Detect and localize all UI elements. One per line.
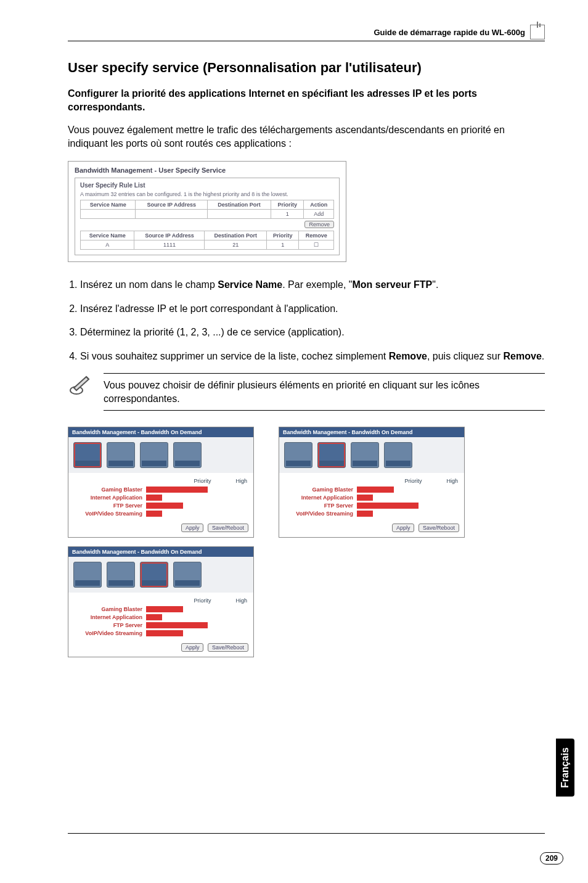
step4-part: Si vous souhaitez supprimer un service d… xyxy=(80,351,389,361)
priority-bar[interactable] xyxy=(146,503,183,509)
row-label: VoIP/Video Streaming xyxy=(75,511,142,517)
mode-icon[interactable] xyxy=(73,442,102,468)
mode-icon[interactable] xyxy=(384,442,412,468)
col-priority: Priority xyxy=(271,200,304,210)
col-port: Destination Port xyxy=(207,200,271,210)
apply-button[interactable]: Apply xyxy=(181,643,204,652)
step-3: Déterminez la priorité (1, 2, 3, ...) de… xyxy=(80,326,545,339)
priority-bar[interactable] xyxy=(146,495,162,501)
row-label: Gaming Blaster xyxy=(75,487,142,493)
step-1: Insérez un nom dans le champ Service Nam… xyxy=(80,278,545,292)
shot-title: Bandwidth Management - Bandwidth On Dema… xyxy=(279,427,464,437)
cell-add[interactable]: Add xyxy=(304,210,334,219)
cell[interactable] xyxy=(207,210,271,219)
col-service: Service Name xyxy=(81,200,136,210)
mode-icon[interactable] xyxy=(140,442,168,468)
level-hdr: High xyxy=(235,478,247,484)
apply-button[interactable]: Apply xyxy=(181,524,204,532)
row-label: Internet Application xyxy=(75,614,142,620)
cell[interactable] xyxy=(81,210,136,219)
step-4: Si vous souhaitez supprimer un service d… xyxy=(80,350,545,363)
row-label: Internet Application xyxy=(75,495,142,501)
cell[interactable] xyxy=(136,210,207,219)
step1-bold1: Service Name xyxy=(218,279,282,290)
row-label: Gaming Blaster xyxy=(75,606,142,612)
screenshot-rule-list: Bandwidth Management - User Specify Serv… xyxy=(68,161,346,262)
mode-icon[interactable] xyxy=(173,562,202,588)
priority-bar[interactable] xyxy=(146,606,183,612)
save-reboot-button[interactable]: Save/Reboot xyxy=(208,643,248,652)
priority-bar[interactable] xyxy=(146,622,208,628)
priority-hdr: Priority xyxy=(404,478,422,484)
row-label: FTP Server xyxy=(285,503,353,509)
priority-bar[interactable] xyxy=(357,495,373,501)
cell: 21 xyxy=(205,240,267,250)
scr1-table-add: Service Name Source IP Address Destinati… xyxy=(80,200,334,219)
row-label: Gaming Blaster xyxy=(285,487,353,493)
scr1-note: A maximum 32 entries can be configured. … xyxy=(80,191,334,197)
steps-list: Insérez un nom dans le champ Service Nam… xyxy=(68,278,545,363)
page-number: 209 xyxy=(540,852,563,865)
priority-bar[interactable] xyxy=(146,511,162,517)
shot-icons xyxy=(68,557,253,593)
col2-priority: Priority xyxy=(267,231,299,240)
mode-icon[interactable] xyxy=(107,562,135,588)
language-tab: Français xyxy=(556,739,574,797)
screenshot-bod-1: Bandwidth Management - Bandwidth On Dema… xyxy=(68,427,254,538)
step1-part: Insérez un nom dans le champ xyxy=(80,279,218,290)
section-subhead: Configurer la priorité des applications … xyxy=(68,87,545,113)
row-label: FTP Server xyxy=(75,503,142,509)
note-text: Vous pouvez choisir de définir plusieurs… xyxy=(104,373,545,411)
mode-icon[interactable] xyxy=(107,442,135,468)
scr1-subtitle: User Specify Rule List xyxy=(80,182,334,189)
cell: 1 xyxy=(267,240,299,250)
shot-icons xyxy=(68,437,253,473)
step1-part2: . Par exemple, " xyxy=(282,279,352,290)
priority-hdr: Priority xyxy=(194,478,211,484)
mode-icon[interactable] xyxy=(73,562,102,588)
priority-bar[interactable] xyxy=(146,630,183,636)
priority-bar[interactable] xyxy=(146,614,162,620)
footer-rule xyxy=(68,833,545,834)
col-ip: Source IP Address xyxy=(136,200,207,210)
mode-icon[interactable] xyxy=(173,442,202,468)
apply-button[interactable]: Apply xyxy=(392,524,415,532)
priority-bar[interactable] xyxy=(146,487,208,493)
row-label: FTP Server xyxy=(75,622,142,628)
mode-icon[interactable] xyxy=(284,442,312,468)
row-label: Internet Application xyxy=(285,495,353,501)
shot-title: Bandwidth Management - Bandwidth On Dema… xyxy=(68,547,253,557)
priority-bar[interactable] xyxy=(357,487,394,493)
screenshot-bod-3: Bandwidth Management - Bandwidth On Dema… xyxy=(68,546,254,657)
router-icon xyxy=(530,25,545,39)
remove-button[interactable]: Remove xyxy=(304,221,334,228)
cell-remove-checkbox[interactable]: ☐ xyxy=(299,240,334,250)
col-action: Action xyxy=(304,200,334,210)
intro-paragraph: Vous pouvez également mettre le trafic d… xyxy=(68,123,545,150)
page-title: User specify service (Personnalisation p… xyxy=(68,60,545,76)
step-2: Insérez l'adresse IP et le port correspo… xyxy=(80,302,545,316)
scr1-table-list: Service Name Source IP Address Destinati… xyxy=(80,231,334,250)
header-guide: Guide de démarrage rapide du WL-600g xyxy=(374,28,525,37)
cell: A xyxy=(81,240,134,250)
cell[interactable]: 1 xyxy=(271,210,304,219)
scr1-caption: Bandwidth Management - User Specify Serv… xyxy=(75,166,340,174)
col2-port: Destination Port xyxy=(205,231,267,240)
row-label: VoIP/Video Streaming xyxy=(285,511,353,517)
step4-bold1: Remove xyxy=(389,351,427,361)
shot-icons xyxy=(279,437,464,473)
save-reboot-button[interactable]: Save/Reboot xyxy=(208,524,248,532)
col2-remove: Remove xyxy=(299,231,334,240)
mode-icon[interactable] xyxy=(317,442,346,468)
shot-title: Bandwidth Management - Bandwidth On Dema… xyxy=(68,427,253,437)
mode-icon[interactable] xyxy=(140,562,168,588)
col2-service: Service Name xyxy=(81,231,134,240)
step4-part3: . xyxy=(542,351,544,361)
mode-icon[interactable] xyxy=(351,442,379,468)
priority-bar[interactable] xyxy=(357,503,419,509)
priority-bar[interactable] xyxy=(357,511,373,517)
row-label: VoIP/Video Streaming xyxy=(75,630,142,636)
save-reboot-button[interactable]: Save/Reboot xyxy=(419,524,459,532)
col2-ip: Source IP Address xyxy=(134,231,205,240)
step4-bold2: Remove xyxy=(504,351,542,361)
